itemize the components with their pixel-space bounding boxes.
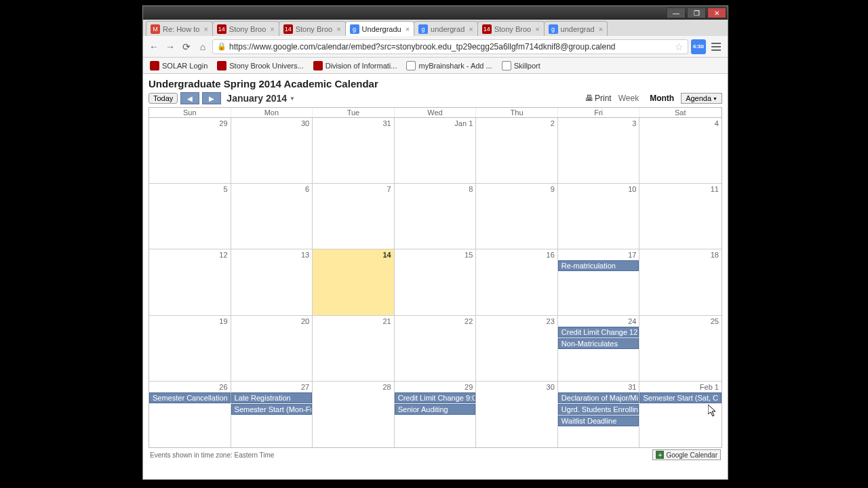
calendar-event[interactable]: Credit Limit Change 12:: [558, 327, 639, 338]
calendar-cell[interactable]: 14: [313, 249, 395, 314]
calendar-cell[interactable]: 12: [149, 249, 231, 314]
browser-tab[interactable]: 14Stony Broo×: [477, 21, 545, 36]
calendar-cell[interactable]: 2: [476, 118, 558, 183]
date-number: 4: [715, 119, 719, 127]
calendar-cell[interactable]: 24Credit Limit Change 12:Non-Matriculate…: [558, 316, 640, 381]
calendar-cell[interactable]: 29: [149, 118, 231, 183]
calendar-cell[interactable]: 11: [639, 184, 722, 249]
bookmark-item[interactable]: Division of Informati...: [311, 60, 400, 72]
calendar-cell[interactable]: 19: [149, 316, 231, 381]
maximize-button[interactable]: ❐: [687, 7, 706, 18]
date-number: 28: [382, 383, 391, 391]
print-icon: 🖶: [585, 94, 593, 103]
calendar-cell[interactable]: 18: [639, 249, 722, 314]
calendar-event[interactable]: Semester Start (Mon-Fr: [231, 404, 313, 415]
calendar-cell[interactable]: 13: [231, 249, 313, 314]
calendar-cell[interactable]: 21: [313, 316, 395, 381]
calendar-cell[interactable]: 8: [395, 184, 477, 249]
bookmark-item[interactable]: Skillport: [499, 60, 543, 72]
calendar-event[interactable]: Credit Limit Change 9:0: [395, 392, 476, 403]
tab-close-icon[interactable]: ×: [599, 25, 603, 33]
calendar-week-row: 26Semester Cancellation27Late Registrati…: [149, 382, 722, 447]
print-button[interactable]: 🖶 Print: [585, 94, 612, 103]
calendar-week-row: 121314151617Re-matriculation18: [149, 249, 722, 315]
tab-close-icon[interactable]: ×: [336, 25, 340, 33]
view-week-tab[interactable]: Week: [614, 92, 643, 104]
tab-close-icon[interactable]: ×: [469, 25, 473, 33]
calendar-event[interactable]: Semester Cancellation: [149, 392, 231, 403]
tab-close-icon[interactable]: ×: [203, 25, 208, 33]
calendar-cell[interactable]: 22: [395, 316, 477, 381]
browser-tab[interactable]: gUndergradu×: [345, 21, 415, 36]
bookmark-item[interactable]: Stony Brook Univers...: [214, 60, 306, 72]
close-button[interactable]: ✕: [707, 7, 726, 18]
calendar-cell[interactable]: 5: [149, 184, 231, 249]
calendar-event[interactable]: Late Registration: [231, 392, 313, 403]
calendar-cell[interactable]: 31Declaration of Major/MiUgrd. Students …: [558, 382, 640, 447]
calendar-event[interactable]: Non-Matriculates: [558, 338, 639, 349]
bookmark-item[interactable]: SOLAR Login: [147, 60, 210, 72]
extension-icon[interactable]: 6:30: [691, 39, 706, 54]
bookmark-icon: [502, 61, 511, 70]
calendar-event[interactable]: Waitlist Deadline: [558, 415, 639, 426]
chrome-menu-button[interactable]: [709, 39, 724, 54]
prev-month-button[interactable]: ◀: [180, 92, 199, 104]
date-number: 21: [382, 317, 391, 325]
tab-label: Stony Broo: [296, 25, 332, 33]
calendar-cell[interactable]: 7: [313, 184, 395, 249]
calendar-event[interactable]: Senior Auditing: [395, 404, 476, 415]
reload-button[interactable]: ⟳: [180, 40, 193, 54]
tab-close-icon[interactable]: ×: [270, 25, 274, 33]
view-agenda-tab[interactable]: Agenda: [681, 93, 722, 104]
calendar-cell[interactable]: 16: [476, 249, 558, 314]
calendar-cell[interactable]: 26Semester Cancellation: [149, 382, 231, 447]
date-number: 30: [301, 119, 309, 127]
calendar-cell[interactable]: 20: [231, 316, 313, 381]
today-button[interactable]: Today: [149, 93, 178, 104]
calendar-cell[interactable]: 27Late RegistrationSemester Start (Mon-F…: [231, 382, 313, 447]
calendar-cell[interactable]: 17Re-matriculation: [558, 249, 640, 314]
home-button[interactable]: ⌂: [196, 40, 210, 54]
calendar-cell[interactable]: 28: [313, 382, 395, 447]
browser-tab[interactable]: 14Stony Broo×: [212, 21, 279, 36]
tab-close-icon[interactable]: ×: [406, 25, 410, 33]
month-selector[interactable]: January 2014: [226, 93, 295, 104]
calendar-event[interactable]: Re-matriculation: [558, 260, 639, 271]
browser-tab[interactable]: gundergrad×: [544, 21, 608, 36]
next-month-button[interactable]: ▶: [202, 92, 221, 104]
calendar-event[interactable]: Declaration of Major/Mi: [558, 392, 639, 403]
calendar-cell[interactable]: Feb 1Semester Start (Sat, C: [639, 382, 722, 447]
day-header-row: SunMonTueWedThuFriSat: [149, 108, 722, 118]
omnibox[interactable]: 🔒 https://www.google.com/calendar/embed?…: [212, 39, 688, 54]
events-container: Late RegistrationSemester Start (Mon-Fr: [231, 392, 313, 415]
calendar-cell[interactable]: 4: [639, 118, 722, 183]
view-month-tab[interactable]: Month: [646, 92, 678, 104]
calendar-cell[interactable]: 25: [639, 316, 722, 381]
browser-tab[interactable]: gundergrad×: [414, 21, 478, 36]
calendar-event[interactable]: Ugrd. Students Enrolling: [558, 404, 639, 415]
minimize-button[interactable]: —: [667, 7, 686, 18]
calendar-event[interactable]: Semester Start (Sat, C: [639, 392, 722, 403]
bookmark-star-icon[interactable]: ☆: [675, 41, 684, 52]
calendar-cell[interactable]: Jan 1: [395, 118, 477, 183]
google-calendar-button[interactable]: + Google Calendar: [652, 449, 721, 460]
calendar-cell[interactable]: 30: [231, 118, 313, 183]
tab-close-icon[interactable]: ×: [535, 25, 539, 33]
date-number: 5: [223, 185, 227, 193]
date-number: 26: [219, 383, 227, 391]
back-button[interactable]: ←: [147, 40, 161, 54]
calendar-cell[interactable]: 9: [476, 184, 558, 249]
calendar-cell[interactable]: 23: [476, 316, 558, 381]
calendar-cell[interactable]: 31: [313, 118, 395, 183]
browser-window: — ❐ ✕ MRe: How to×14Stony Broo×14Stony B…: [142, 5, 728, 480]
calendar-cell[interactable]: 30: [476, 382, 558, 447]
browser-tab[interactable]: MRe: How to×: [146, 21, 213, 36]
calendar-cell[interactable]: 29Credit Limit Change 9:0Senior Auditing: [395, 382, 477, 447]
calendar-cell[interactable]: 15: [395, 249, 477, 314]
browser-tab[interactable]: 14Stony Broo×: [279, 21, 346, 36]
bookmark-item[interactable]: myBrainshark - Add ...: [403, 60, 494, 72]
calendar-cell[interactable]: 6: [231, 184, 313, 249]
forward-button[interactable]: →: [163, 40, 177, 54]
calendar-cell[interactable]: 10: [558, 184, 640, 249]
calendar-cell[interactable]: 3: [558, 118, 640, 183]
